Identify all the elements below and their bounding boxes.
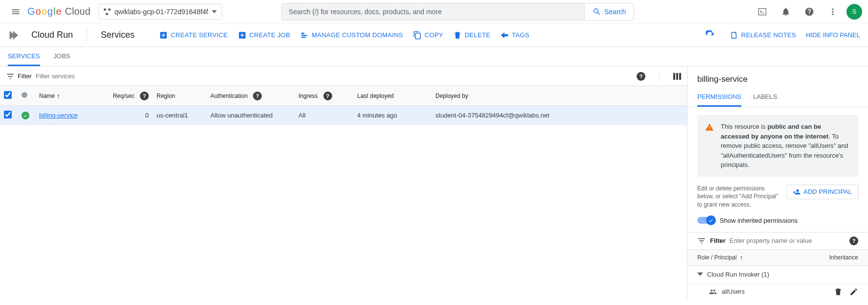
filter-label: Filter bbox=[6, 72, 32, 81]
group-icon bbox=[709, 288, 717, 296]
show-inherited-label: Show inherited permissions bbox=[720, 217, 798, 224]
cell-auth: Allow unauthenticated bbox=[206, 106, 295, 125]
col-ingress[interactable]: Ingress ? bbox=[295, 86, 353, 106]
show-inherited-toggle[interactable] bbox=[697, 217, 715, 224]
column-settings-button[interactable] bbox=[673, 73, 681, 80]
cell-deployed-by: student-04-3754829494cf@qwiklabs.net bbox=[432, 106, 687, 125]
tab-labels[interactable]: LABELS bbox=[753, 88, 777, 107]
service-link[interactable]: billing-service bbox=[39, 112, 78, 119]
section-title: Services bbox=[101, 30, 135, 40]
principal-name: allUsers bbox=[722, 288, 745, 295]
help-icon[interactable]: ? bbox=[323, 92, 332, 100]
public-warning: This resource is public and can be acces… bbox=[697, 115, 858, 177]
add-principal-button[interactable]: ADD PRINCIPAL bbox=[786, 185, 858, 199]
panel-title: billing-service bbox=[687, 67, 868, 88]
trash-icon bbox=[453, 31, 462, 40]
tags-button[interactable]: TAGS bbox=[500, 31, 529, 40]
filter-help-icon[interactable]: ? bbox=[849, 236, 858, 245]
row-checkbox[interactable] bbox=[4, 111, 12, 118]
domains-icon bbox=[300, 31, 309, 40]
hide-info-panel-button[interactable]: HIDE INFO PANEL bbox=[806, 31, 860, 39]
help-button[interactable] bbox=[799, 2, 819, 22]
col-auth[interactable]: Authentication ? bbox=[206, 86, 295, 106]
search-placeholder: Search (/) for resources, docs, products… bbox=[289, 8, 442, 16]
delete-button[interactable]: DELETE bbox=[453, 31, 490, 40]
create-job-button[interactable]: CREATE JOB bbox=[238, 31, 291, 40]
more-menu-button[interactable] bbox=[823, 2, 843, 22]
tag-icon bbox=[500, 31, 509, 40]
notifications-button[interactable] bbox=[776, 2, 796, 22]
project-name: qwiklabs-gcp-01-772d91648f4f bbox=[114, 8, 208, 16]
table-row[interactable]: billing-service 0 us-central1 Allow unau… bbox=[0, 106, 687, 125]
services-table: Name↑ Req/sec ? Region Authentication ? … bbox=[0, 86, 687, 125]
col-last-deployed[interactable]: Last deployed bbox=[353, 86, 432, 106]
nav-menu-button[interactable] bbox=[6, 2, 25, 22]
cloud-run-icon bbox=[8, 28, 22, 42]
select-all-checkbox[interactable] bbox=[4, 91, 12, 99]
search-button[interactable]: Search bbox=[585, 3, 634, 21]
edit-help-text: Edit or delete permissions below, or sel… bbox=[697, 185, 780, 209]
cell-region: us-central1 bbox=[153, 106, 206, 125]
col-region[interactable]: Region bbox=[153, 86, 206, 106]
project-picker[interactable]: qwiklabs-gcp-01-772d91648f4f bbox=[98, 4, 222, 20]
panel-filter-label: Filter bbox=[710, 237, 726, 244]
cell-req: 0 bbox=[104, 106, 153, 125]
copy-icon bbox=[413, 31, 422, 40]
role-group-row[interactable]: Cloud Run Invoker (1) bbox=[687, 266, 868, 283]
filter-icon bbox=[697, 236, 706, 245]
add-person-icon bbox=[793, 188, 800, 196]
inheritance-header[interactable]: Inheritance bbox=[829, 254, 858, 261]
plus-icon bbox=[159, 31, 168, 40]
search-icon bbox=[593, 7, 601, 16]
avatar[interactable]: S bbox=[846, 4, 862, 20]
help-icon[interactable]: ? bbox=[253, 92, 262, 100]
sort-asc-icon: ↑ bbox=[740, 254, 743, 261]
filter-input[interactable] bbox=[36, 72, 633, 80]
tab-jobs[interactable]: JOBS bbox=[54, 47, 70, 66]
dropdown-icon bbox=[212, 10, 217, 13]
col-req[interactable]: Req/sec ? bbox=[104, 86, 153, 106]
sort-asc-icon: ↑ bbox=[57, 92, 60, 100]
refresh-button[interactable] bbox=[700, 25, 720, 45]
tab-permissions[interactable]: PERMISSIONS bbox=[697, 88, 741, 107]
status-ok-icon bbox=[22, 112, 29, 119]
chevron-down-icon bbox=[697, 271, 703, 277]
create-service-button[interactable]: CREATE SERVICE bbox=[159, 31, 228, 40]
cloud-shell-button[interactable] bbox=[753, 2, 772, 22]
principal-row: allUsers bbox=[687, 283, 868, 300]
copy-button[interactable]: COPY bbox=[413, 31, 443, 40]
col-deployed-by[interactable]: Deployed by bbox=[432, 86, 687, 106]
notes-icon bbox=[730, 31, 738, 40]
cell-last-deployed: 4 minutes ago bbox=[353, 106, 432, 125]
cell-ingress: All bbox=[295, 106, 353, 125]
tab-services[interactable]: SERVICES bbox=[8, 47, 40, 66]
divider bbox=[659, 71, 660, 81]
plus-icon bbox=[238, 31, 247, 40]
status-header-icon bbox=[22, 92, 27, 98]
search-input[interactable]: Search (/) for resources, docs, products… bbox=[281, 3, 585, 21]
filter-help-icon[interactable]: ? bbox=[637, 72, 645, 81]
edit-principal-button[interactable] bbox=[849, 287, 858, 296]
delete-principal-button[interactable] bbox=[834, 287, 843, 296]
filter-icon bbox=[6, 72, 15, 81]
role-header[interactable]: Role / Principal bbox=[697, 254, 737, 261]
product-name: Cloud Run bbox=[31, 30, 73, 40]
col-name[interactable]: Name↑ bbox=[35, 86, 104, 106]
divider bbox=[87, 28, 87, 42]
help-icon[interactable]: ? bbox=[140, 92, 149, 100]
warning-icon bbox=[705, 123, 714, 132]
manage-domains-button[interactable]: MANAGE CUSTOM DOMAINS bbox=[300, 31, 403, 40]
release-notes-button[interactable]: RELEASE NOTES bbox=[730, 31, 796, 40]
project-icon bbox=[104, 8, 111, 15]
panel-filter-input[interactable] bbox=[730, 237, 845, 244]
google-cloud-logo[interactable]: Google Cloud bbox=[27, 6, 91, 17]
